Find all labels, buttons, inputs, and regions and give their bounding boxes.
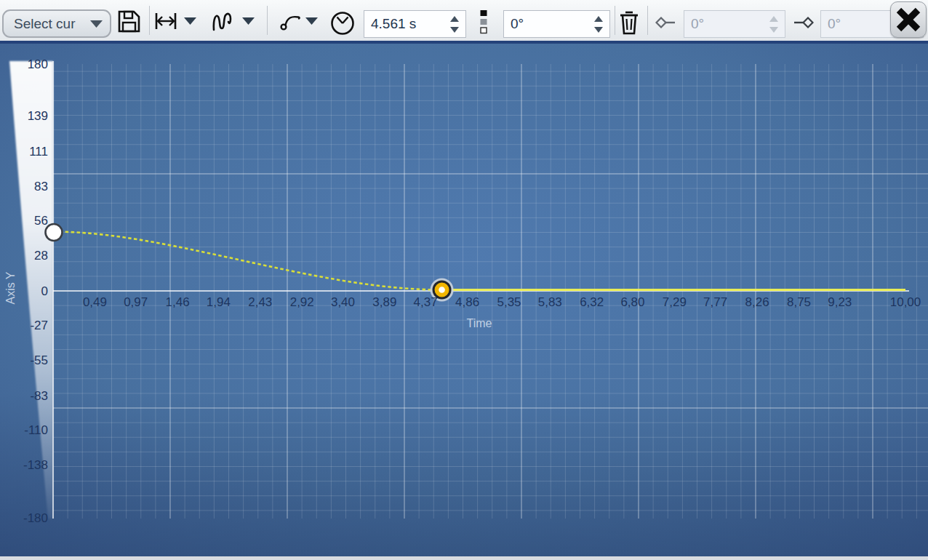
tangent-curve-icon — [279, 11, 303, 33]
y-tick-label: -110 — [24, 423, 48, 437]
wave-icon — [211, 9, 236, 34]
tangent-in-angle-spinbox: 0° — [684, 10, 785, 38]
fit-horizontal-button[interactable] — [154, 12, 177, 31]
x-tick-label: 1,46 — [166, 295, 190, 309]
angle-spin-arrows[interactable] — [588, 16, 609, 33]
spin-up-icon — [769, 16, 778, 22]
keyframe-angle-value: 0° — [511, 16, 588, 32]
x-axis-title: Time — [467, 317, 492, 329]
clock-icon — [329, 10, 356, 36]
fit-horizontal-menu-button[interactable] — [184, 17, 196, 25]
chevron-down-icon — [90, 20, 103, 28]
x-tick-label: 8,26 — [745, 295, 769, 309]
spin-up-icon[interactable] — [450, 16, 459, 22]
tangent-in-spin-arrows — [763, 16, 785, 33]
tangent-in-angle-value: 0° — [691, 16, 763, 32]
close-icon — [895, 7, 921, 33]
x-tick-label: 5,35 — [497, 295, 521, 309]
curve-canvas[interactable]: 0,490,971,461,942,432,923,403,894,374,86… — [0, 44, 928, 556]
spin-down-icon[interactable] — [450, 27, 459, 33]
time-indicator — [329, 10, 356, 36]
x-tick-label: 8,75 — [787, 295, 811, 309]
x-tick-label: 6,80 — [620, 295, 644, 309]
x-tick-label: 10,00 — [890, 295, 921, 309]
save-button[interactable] — [116, 9, 142, 34]
x-tick-label: 4,86 — [455, 295, 479, 309]
interpolation-steps-icon — [479, 9, 488, 34]
tangent-in-indicator — [655, 17, 676, 28]
y-axis-title: Axis Y — [4, 271, 17, 304]
keyframe-angle-spinbox[interactable]: 0° — [503, 10, 610, 38]
trash-icon — [617, 9, 641, 36]
toolbar-separator — [647, 6, 648, 35]
curve-editor-window: Select cur — [0, 0, 928, 560]
x-tick-label: 2,92 — [290, 295, 314, 309]
keyframe-time-spinbox[interactable]: 4.561 s — [364, 10, 466, 38]
tangent-out-indicator — [793, 17, 814, 28]
spin-down-icon[interactable] — [594, 27, 603, 33]
y-tick-label: 111 — [29, 145, 48, 159]
y-tick-label: -180 — [23, 511, 48, 525]
curve-select-label: Select cur — [14, 16, 90, 32]
tangent-mode-button[interactable] — [279, 11, 303, 33]
keyframe-time-value: 4.561 s — [371, 16, 444, 32]
x-tick-label: 7,77 — [703, 295, 727, 309]
x-tick-label: 1,94 — [207, 295, 231, 309]
toolbar-separator — [149, 6, 150, 35]
fit-horizontal-icon — [154, 12, 177, 31]
wave-menu-button[interactable] — [242, 17, 255, 25]
spin-down-icon — [769, 27, 778, 33]
y-tick-label: -83 — [30, 389, 48, 403]
chart-bottom-shade — [0, 393, 928, 556]
window-bottom-edge — [0, 556, 928, 560]
chevron-down-icon — [242, 17, 255, 25]
y-tick-label: 180 — [28, 57, 48, 71]
delete-keyframe-button[interactable] — [617, 9, 641, 36]
y-tick-label: -55 — [30, 353, 48, 367]
x-tick-label: 3,40 — [331, 295, 355, 309]
x-tick-label: 4,37 — [414, 295, 438, 309]
y-tick-label: 56 — [34, 214, 48, 228]
wave-button[interactable] — [211, 9, 236, 34]
y-tick-label: -138 — [23, 458, 48, 472]
y-tick-label: 139 — [28, 109, 48, 123]
toolbar: Select cur — [0, 0, 928, 41]
tangent-menu-button[interactable] — [305, 17, 318, 25]
interpolation-steps-indicator — [479, 9, 488, 34]
x-tick-label: 9,23 — [828, 295, 852, 309]
chevron-down-icon — [305, 17, 318, 25]
x-tick-label: 5,83 — [538, 295, 562, 309]
x-tick-label: 0,97 — [124, 295, 148, 309]
y-tick-label: -27 — [30, 319, 48, 332]
x-tick-label: 6,32 — [580, 295, 604, 309]
save-icon — [116, 9, 142, 34]
tangent-in-icon — [655, 17, 676, 28]
y-tick-label: 0 — [41, 284, 48, 298]
x-tick-label: 2,43 — [248, 295, 272, 309]
x-tick-label: 7,29 — [663, 295, 687, 309]
x-tick-label: 0,49 — [83, 295, 107, 309]
chevron-down-icon — [184, 17, 196, 25]
curve-select-dropdown[interactable]: Select cur — [2, 9, 111, 38]
x-tick-label: 3,89 — [372, 295, 396, 309]
close-button[interactable] — [890, 1, 927, 38]
toolbar-separator — [615, 6, 615, 35]
selected-keyframe-center-dot — [439, 287, 445, 293]
spin-up-icon[interactable] — [594, 16, 603, 22]
y-tick-label: 83 — [34, 180, 48, 193]
toolbar-separator — [267, 6, 268, 35]
y-tick-label: 28 — [34, 249, 48, 263]
tangent-out-icon — [793, 17, 814, 28]
time-spin-arrows[interactable] — [444, 16, 465, 33]
